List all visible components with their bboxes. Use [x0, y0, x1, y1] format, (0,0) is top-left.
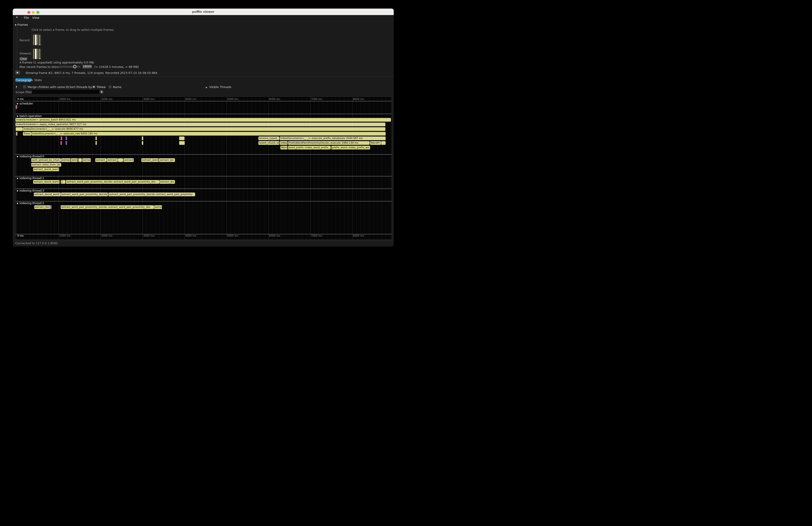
scope-bar[interactable]: extract_wo: [159, 180, 175, 184]
scope-bar[interactable]: extract_word_pair_proximity_docids::extr…: [61, 205, 154, 209]
thread-section-header[interactable]: ▼indexing-thread:2: [17, 202, 44, 205]
sort-name-radio[interactable]: [108, 85, 112, 88]
scope-bar[interactable]: IndexScheduler>::process_batch 8953.821 …: [16, 118, 391, 122]
scope-bar[interactable]: WordPr: [370, 141, 381, 145]
scope-bar[interactable]: receive_typed_: [258, 136, 279, 140]
scope-filter-label: Scope filter:: [16, 90, 33, 94]
section-divider: [16, 154, 392, 155]
scope-bar[interactable]: typed_chunk::w: [258, 141, 279, 145]
frames-summary: 4 frames (1 unpacked) using approximatel…: [19, 61, 95, 64]
scope-bar[interactable]: extract_: [95, 158, 106, 162]
scope-filter-input[interactable]: [32, 90, 99, 94]
ruler-tick-label: 6000 ms: [269, 234, 280, 237]
scope-bar[interactable]: [61, 136, 62, 140]
clear-button[interactable]: Clear: [19, 57, 27, 61]
scope-bar[interactable]: [96, 136, 97, 140]
divider: [20, 85, 20, 89]
sort-time-radio[interactable]: [92, 85, 96, 88]
scope-bar[interactable]: [142, 141, 143, 145]
thread-section-header[interactable]: ▼indexing-thread:1: [17, 177, 44, 180]
play-button[interactable]: ▶: [15, 71, 20, 75]
tab-flamegraph[interactable]: Flamegraph: [16, 78, 31, 82]
ruler-tick-label: 0 ms: [17, 98, 24, 101]
scope-bar[interactable]: [62, 180, 66, 184]
visible-threads-header[interactable]: ▶ Visible Threads: [206, 85, 231, 89]
max-frames-slider[interactable]: [57, 66, 81, 68]
scope-bar[interactable]: extrac: [154, 205, 162, 209]
thread-section-header[interactable]: ▼batch-operation: [17, 115, 42, 118]
scope-bar[interactable]: [66, 141, 67, 145]
scope-bar[interactable]: extract_doc: [34, 205, 50, 209]
theme-sun-icon[interactable]: ☀: [16, 16, 18, 19]
ruler-tick-label: 8000 ms: [353, 234, 364, 237]
scope-bar[interactable]: extract_docid_word: [34, 192, 61, 196]
scope-bar[interactable]: [16, 105, 17, 109]
scope-bar[interactable]: [381, 141, 386, 145]
scope-bar[interactable]: [66, 136, 67, 140]
max-frames-label: Max recent frames to store:: [19, 65, 60, 69]
window-title: puffin viewer: [13, 9, 394, 15]
ruler-tick-label: 2000 ms: [101, 234, 112, 237]
max-frames-value[interactable]: 18000: [82, 65, 92, 69]
thread-section-header[interactable]: ▼indexing-thread:0: [17, 155, 44, 158]
menubar: ☀ File View: [13, 15, 394, 21]
scope-bar[interactable]: Word: [280, 146, 288, 149]
scope-bar[interactable]: Trans: [23, 132, 31, 135]
menu-file[interactable]: File: [24, 16, 29, 19]
slider-knob[interactable]: [73, 65, 76, 68]
scope-filter-clear-button[interactable]: x: [100, 90, 103, 93]
divider: [13, 76, 394, 77]
tab-stats[interactable]: Stats: [34, 78, 42, 82]
scope-bar[interactable]: [50, 205, 52, 209]
frames-section-header[interactable]: ▼ Frames: [15, 23, 28, 26]
thread-section-header[interactable]: ▼indexing-thread:3: [17, 189, 44, 192]
recent-frames-thumbnail[interactable]: [32, 33, 42, 46]
scope-bar[interactable]: word_prefix::index_word_prefix_: [288, 146, 331, 149]
scope-bar[interactable]: extract::data_from_ob: [31, 163, 61, 166]
scope-bar[interactable]: extract_word_pair_proximity_docids::extr…: [66, 180, 159, 184]
scope-bar[interactable]: extract_docid_word: [33, 180, 60, 184]
menu-view[interactable]: View: [32, 16, 39, 19]
scope-bar[interactable]: extract_wo: [159, 158, 175, 162]
expand-triangle-icon: ▶: [206, 86, 207, 88]
thread-section-header[interactable]: ▼scheduler: [17, 102, 33, 105]
scope-bar[interactable]: prefix_word::index_prefix_wo: [331, 146, 370, 149]
scope-bar[interactable]: [179, 136, 185, 140]
scope-bar[interactable]: IndexDocuments<_, _>::execute_raw 8459.1…: [31, 132, 386, 135]
scope-bar[interactable]: PrefixWordPairsProximityDocids::execute …: [288, 141, 369, 145]
help-button[interactable]: ?: [16, 85, 17, 89]
scope-bar[interactable]: [16, 127, 23, 131]
scope-bar[interactable]: [16, 132, 17, 135]
scope-bar[interactable]: extract_docid_word: [33, 167, 59, 171]
scope-bar[interactable]: extract_: [107, 158, 118, 162]
section-divider: [16, 189, 392, 189]
scope-bar[interactable]: [78, 158, 82, 162]
slowest-frames-thumbnail[interactable]: [32, 48, 42, 60]
scope-bar[interactable]: split_grenad_by_chun: [31, 158, 61, 162]
scope-bar[interactable]: [142, 136, 143, 140]
scope-bar[interactable]: extract: [124, 158, 134, 162]
scope-bar[interactable]: IndexDocuments<_, _>::execute_prefix_dat…: [280, 136, 386, 140]
flamegraph-panel[interactable]: 0 ms0 ms1000 ms1000 ms2000 ms2000 ms3000…: [15, 97, 392, 240]
ruler-tick-label: 3000 ms: [143, 234, 154, 237]
collapse-triangle-icon: ▼: [17, 190, 18, 192]
scope-bar[interactable]: extra: [71, 158, 78, 162]
scope-bar[interactable]: IndexScheduler>::apply_index_operation 8…: [16, 122, 386, 126]
scope-bar[interactable]: extrac: [82, 158, 91, 162]
ruler-tick-label: 4000 ms: [185, 234, 196, 237]
thread-section-label: indexing-thread:2: [19, 202, 44, 205]
merge-children-checkbox[interactable]: [23, 85, 26, 88]
scope-bar[interactable]: IndexDocuments<_, _>::execute 8656.677 m…: [23, 127, 386, 131]
scope-bar[interactable]: extract_word_pair_proximity_docids::extr…: [108, 192, 195, 196]
scope-bar[interactable]: extract: [61, 158, 71, 162]
scope-bar[interactable]: index: [280, 141, 288, 145]
sort-direction-arrow-icon[interactable]: ↓: [104, 85, 106, 89]
scope-bar[interactable]: extract_word_pair_proximity_docids: [61, 192, 108, 196]
scope-bar[interactable]: [118, 158, 123, 162]
merge-children-label: Merge children with same ID: [28, 85, 69, 89]
scope-bar[interactable]: extract_word: [141, 158, 159, 162]
scope-bar[interactable]: [96, 141, 97, 145]
scope-bar[interactable]: [60, 141, 62, 145]
scope-bar[interactable]: [179, 141, 185, 145]
titlebar: puffin viewer: [13, 9, 394, 15]
